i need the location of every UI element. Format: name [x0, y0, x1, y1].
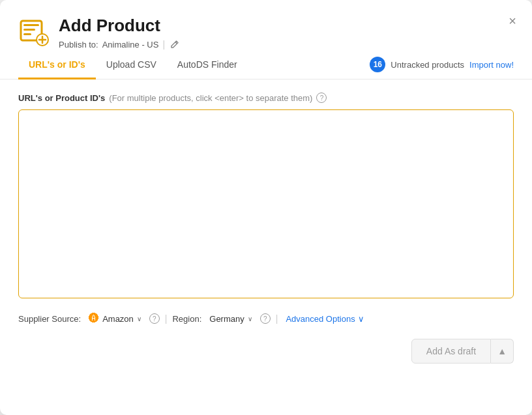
- add-as-draft-button[interactable]: Add As draft: [411, 339, 491, 364]
- modal-header: Add Product Publish to: Animaline - US |…: [0, 0, 532, 50]
- tabs-row: URL's or ID's Upload CSV AutoDS Finder 1…: [0, 50, 532, 79]
- publish-store: Animaline - US: [102, 40, 159, 50]
- field-label-hint: (For multiple products, click <enter> to…: [109, 93, 312, 103]
- untracked-count-badge: 16: [370, 57, 385, 72]
- field-label: URL's or Product ID's (For multiple prod…: [18, 93, 514, 103]
- help-icon[interactable]: ?: [316, 93, 327, 103]
- supplier-row: Supplier Source: 🅐 Amazon ∨ ? | Region: …: [18, 301, 514, 339]
- supplier-chevron-down-icon: ∨: [137, 315, 141, 322]
- region-dropdown[interactable]: Germany ∨: [207, 313, 254, 325]
- untracked-label: Untracked products: [391, 60, 464, 70]
- amazon-icon: 🅐: [89, 313, 99, 324]
- publish-line: Publish to: Animaline - US |: [59, 38, 181, 50]
- pipe-separator-1: |: [165, 313, 168, 324]
- field-label-bold: URL's or Product ID's: [18, 93, 105, 103]
- region-help-icon[interactable]: ?: [260, 313, 271, 324]
- arrow-up-icon: ▲: [497, 346, 507, 356]
- add-as-draft-arrow-button[interactable]: ▲: [491, 339, 514, 364]
- untracked-section: 16 Untracked products Import now!: [370, 57, 514, 72]
- region-label: Region:: [172, 314, 201, 324]
- modal-title: Add Product: [59, 16, 181, 36]
- edit-store-button[interactable]: [169, 38, 181, 50]
- import-now-link[interactable]: Import now!: [469, 60, 514, 70]
- supplier-source-name: Amazon: [102, 314, 134, 324]
- tab-urls[interactable]: URL's or ID's: [18, 50, 96, 79]
- advanced-options-label: Advanced Options: [286, 314, 355, 324]
- header-text: Add Product Publish to: Animaline - US |: [59, 16, 181, 50]
- close-button[interactable]: ×: [505, 12, 520, 30]
- main-content: URL's or Product ID's (For multiple prod…: [0, 79, 532, 339]
- region-chevron-down-icon: ∨: [248, 315, 252, 322]
- url-input[interactable]: [18, 109, 514, 298]
- logo-icon: [18, 16, 50, 47]
- advanced-options-button[interactable]: Advanced Options ∨: [283, 313, 366, 325]
- tab-finder[interactable]: AutoDS Finder: [167, 50, 248, 79]
- svg-rect-3: [23, 33, 31, 35]
- publish-separator: |: [162, 39, 165, 50]
- supplier-source-label: Supplier Source:: [18, 314, 81, 324]
- supplier-help-icon[interactable]: ?: [149, 313, 160, 324]
- advanced-chevron-down-icon: ∨: [358, 314, 364, 324]
- tab-csv[interactable]: Upload CSV: [96, 50, 167, 79]
- svg-rect-1: [23, 24, 39, 26]
- pipe-separator-2: |: [276, 313, 278, 324]
- region-name: Germany: [209, 314, 244, 324]
- footer-row: Add As draft ▲: [0, 339, 532, 382]
- add-product-modal: Add Product Publish to: Animaline - US |…: [0, 0, 532, 415]
- svg-rect-2: [23, 29, 35, 31]
- supplier-source-dropdown[interactable]: 🅐 Amazon ∨: [86, 311, 144, 326]
- publish-label: Publish to:: [59, 40, 98, 50]
